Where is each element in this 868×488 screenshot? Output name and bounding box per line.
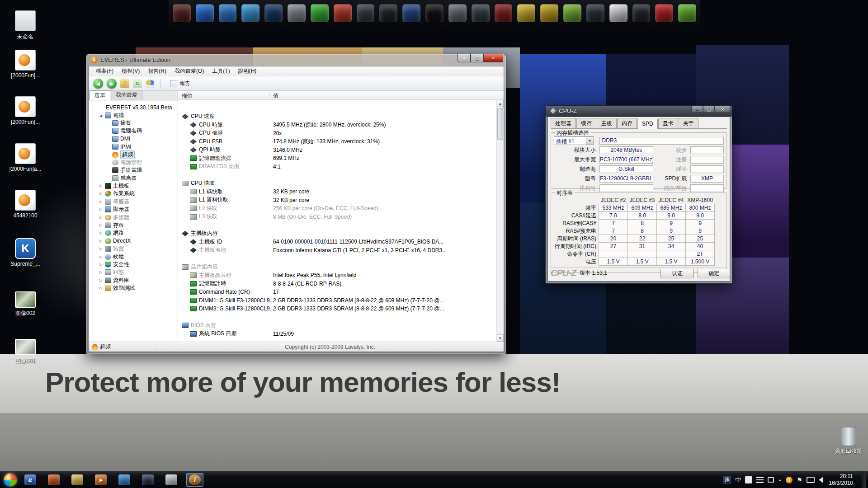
everest-taskbar-icon[interactable]: i — [186, 473, 203, 487]
sims-icon[interactable] — [311, 4, 329, 22]
table-row[interactable]: 主機板內容 — [178, 230, 496, 238]
table-row[interactable]: L3 快取8 MB (On-Die, ECC, Full-Speed) — [178, 213, 496, 221]
expand-arrow-icon[interactable] — [99, 207, 103, 211]
photo-viewer-icon[interactable] — [139, 473, 156, 487]
cod-icon[interactable] — [472, 4, 490, 22]
tree-item[interactable]: 手提電腦 — [90, 166, 178, 174]
vertical-scrollbar[interactable] — [496, 100, 504, 342]
tab-缓存[interactable]: 缓存 — [576, 118, 596, 128]
minimize-button[interactable] — [458, 54, 471, 62]
tree-item[interactable]: 效能測試 — [90, 284, 178, 292]
panel-tab-active[interactable]: 選單 — [90, 90, 110, 100]
dark-game-icon[interactable] — [379, 4, 397, 22]
gta4-icon[interactable] — [425, 4, 443, 22]
table-row[interactable]: DIMM1: G Skill F3-12800CL9...2 GB DDR3-1… — [178, 296, 496, 305]
tree-item[interactable]: 摘要 — [90, 119, 178, 127]
tree-item[interactable]: 資料庫 — [90, 277, 178, 284]
network-icon[interactable] — [807, 477, 815, 483]
expand-arrow-icon[interactable] — [99, 200, 103, 204]
app-window-icon[interactable] — [163, 473, 180, 487]
show-desktop-button[interactable] — [862, 471, 866, 488]
desktop-icon[interactable]: 未命名 — [8, 10, 42, 41]
tree-item[interactable]: 主機板 — [90, 182, 178, 190]
desktop-icon[interactable]: [2000Fun]... — [8, 96, 42, 125]
maximize-button[interactable] — [703, 106, 715, 113]
chat-bubble-icon[interactable] — [609, 4, 627, 22]
table-row[interactable]: CPU 倍頻20x — [178, 129, 496, 138]
expand-arrow-icon[interactable] — [99, 255, 103, 259]
report-button[interactable]: 報告 — [166, 78, 194, 89]
start-button[interactable] — [4, 473, 17, 487]
language-icon[interactable]: 中 — [735, 476, 741, 484]
tree-item[interactable]: 存放 — [90, 221, 178, 229]
menu-item[interactable]: 說明(H) — [235, 66, 260, 76]
ok-button[interactable]: 确定 — [698, 269, 730, 278]
tree-item[interactable]: 感應器 — [90, 174, 178, 182]
garena-icon[interactable] — [655, 4, 673, 22]
volume-icon[interactable] — [819, 477, 823, 483]
tree-item[interactable]: IPMI — [90, 143, 178, 150]
everest-titlebar[interactable]: i EVEREST Ultimate Edition — [91, 56, 170, 63]
tree-item[interactable]: DMI — [90, 135, 178, 143]
table-row[interactable]: BIOS 內容 — [178, 321, 496, 330]
ie-icon[interactable] — [196, 4, 214, 22]
expand-arrow-icon[interactable] — [99, 263, 103, 267]
column-divider[interactable] — [269, 92, 270, 99]
minimize-button[interactable] — [691, 106, 703, 113]
table-row[interactable]: QPI 時脈3146.0 MHz — [178, 146, 496, 155]
table-row[interactable]: 主機板 ID64-0100-000001-00101111-112509-Lfd… — [178, 238, 496, 246]
expand-arrow-icon[interactable] — [99, 231, 103, 235]
expand-arrow-icon[interactable] — [99, 278, 103, 282]
tab-spd[interactable]: SPD — [637, 119, 658, 129]
table-row[interactable]: 晶片組內容 — [178, 263, 496, 272]
ime-pad-icon[interactable] — [745, 476, 752, 483]
expand-arrow-icon[interactable] — [99, 286, 103, 290]
tab-显卡[interactable]: 显卡 — [658, 118, 678, 128]
desktop-icon[interactable]: 45482100 — [8, 190, 42, 219]
table-row[interactable]: L1 碼快取32 KB per core — [178, 188, 496, 196]
table-row[interactable]: L2 快取256 KB per core (On-Die, ECC, Full-… — [178, 204, 496, 213]
tree-item[interactable]: 安全性 — [90, 261, 178, 268]
expand-arrow-icon[interactable] — [99, 270, 103, 274]
ime-icon[interactable]: 速 — [723, 476, 731, 484]
restore-windows-icon[interactable] — [768, 477, 774, 483]
racing-icon[interactable] — [563, 4, 581, 22]
validate-button[interactable]: 认证 — [660, 269, 694, 278]
ime-menu-icon[interactable] — [756, 477, 764, 483]
table-row[interactable]: CPU 速度 — [178, 113, 496, 121]
steam-icon[interactable] — [632, 4, 651, 22]
desktop-icon[interactable]: [2000Fun]... — [8, 50, 42, 79]
desktop-icon[interactable]: [2000Fun]a... — [8, 143, 42, 172]
tree-item[interactable]: 作業系統 — [90, 190, 178, 197]
tree-item[interactable]: 伺服器 — [90, 198, 178, 206]
menu-item[interactable]: 工具(T) — [208, 66, 233, 76]
wow-icon[interactable] — [402, 4, 420, 22]
pc-case-icon[interactable] — [173, 4, 191, 22]
tree-item[interactable]: 組態 — [90, 268, 178, 276]
table-row[interactable]: CPU FSB174.8 MHz (原始: 133 MHz, overclock… — [178, 137, 496, 146]
tree-item[interactable]: 網路 — [90, 229, 178, 237]
tab-主板[interactable]: 主板 — [597, 118, 617, 128]
desktop-icon[interactable]: 图像001 — [8, 335, 42, 365]
folder-up-icon[interactable]: ⤴ — [120, 79, 129, 88]
tree-item[interactable]: 超頻 — [90, 150, 178, 158]
guitar-hand-icon[interactable] — [517, 4, 535, 22]
recycle-bin[interactable]: 資源回收筒 — [831, 427, 866, 455]
expand-arrow-icon[interactable] — [99, 113, 103, 117]
table-row[interactable]: Command Rate (CR)1T — [178, 288, 496, 296]
table-row[interactable]: DRAM:FSB 比例4:1 — [178, 163, 496, 171]
table-row[interactable]: CPU 快取 — [178, 179, 496, 188]
blue-orb-icon[interactable] — [264, 4, 283, 22]
expand-arrow-icon[interactable] — [99, 247, 103, 251]
table-row[interactable]: 主機板晶片組Intel Ibex Peak P55, Intel Lynnfie… — [178, 271, 496, 280]
tree-item[interactable]: 電源管理 — [90, 159, 178, 166]
back-icon[interactable]: ◀ — [93, 79, 103, 89]
menu-item[interactable]: 報告(R) — [144, 66, 170, 76]
explorer-folder-icon[interactable] — [69, 473, 86, 487]
show-hidden-icons[interactable] — [778, 478, 782, 482]
tree-item[interactable]: 電腦 — [90, 111, 178, 119]
close-button[interactable] — [715, 106, 730, 113]
clock[interactable]: 20:11 16/3/2010 — [829, 473, 858, 487]
media-center-icon[interactable] — [116, 473, 133, 487]
menu-item[interactable]: 檢視(V) — [118, 66, 143, 76]
